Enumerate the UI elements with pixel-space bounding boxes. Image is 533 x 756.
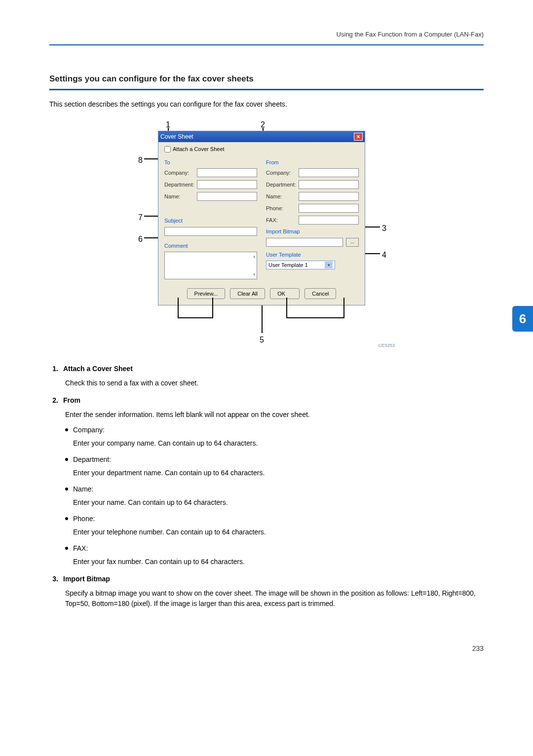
- sub-item: Phone: Enter your telephone number. Can …: [65, 514, 484, 537]
- def-body: Enter the sender information. Items left…: [65, 410, 484, 420]
- dialog-title: Cover Sheet: [160, 132, 193, 141]
- bullet-icon: [65, 547, 68, 550]
- close-icon[interactable]: ×: [354, 133, 363, 141]
- sub-label: FAX:: [73, 543, 88, 554]
- user-template-select[interactable]: User Template 1 ▾: [266, 261, 335, 269]
- to-department-input[interactable]: [197, 180, 257, 189]
- sub-desc: Enter your fax number. Can contain up to…: [73, 557, 484, 567]
- def-num: 2.: [49, 395, 58, 406]
- import-bitmap-heading: Import Bitmap: [266, 227, 359, 236]
- def-title: From: [63, 395, 80, 406]
- page-number: 233: [49, 643, 484, 654]
- bullet-icon: [65, 458, 68, 461]
- bullet-icon: [65, 517, 68, 520]
- to-name-label: Name:: [164, 192, 195, 201]
- sub-item: Department: Enter your department name. …: [65, 454, 484, 478]
- attach-cover-sheet-label: Attach a Cover Sheet: [173, 145, 225, 153]
- preview-button[interactable]: Preview...: [187, 288, 226, 299]
- sub-label: Company:: [73, 425, 105, 435]
- header-rule: [49, 44, 484, 45]
- sub-label: Department:: [73, 454, 111, 465]
- callout-6: 6: [138, 233, 143, 245]
- sub-label: Name:: [73, 484, 93, 494]
- from-department-input[interactable]: [299, 180, 359, 189]
- from-fax-label: FAX:: [266, 216, 297, 225]
- from-company-label: Company:: [266, 169, 297, 177]
- cover-sheet-dialog: Cover Sheet × Attach a Cover Sheet To Co…: [158, 131, 365, 305]
- section-desc: This section describes the settings you …: [49, 99, 484, 110]
- definition-item-2: 2. From Enter the sender information. It…: [49, 395, 484, 567]
- running-head: Using the Fax Function from a Computer (…: [49, 30, 484, 39]
- chapter-tab: 6: [512, 306, 533, 332]
- import-bitmap-path[interactable]: [266, 238, 343, 247]
- callout-7: 7: [138, 212, 143, 224]
- sub-desc: Enter your telephone number. Can contain…: [73, 527, 484, 537]
- def-body: Check this to send a fax with a cover sh…: [65, 378, 484, 388]
- callout-5: 5: [260, 334, 264, 346]
- sub-desc: Enter your company name. Can contain up …: [73, 438, 484, 449]
- ok-button[interactable]: OK: [270, 288, 300, 299]
- callout-3: 3: [382, 223, 386, 234]
- def-title: Import Bitmap: [63, 574, 110, 584]
- figure-code: CES253: [378, 342, 395, 349]
- sub-desc: Enter your name. Can contain up to 64 ch…: [73, 497, 484, 508]
- to-company-label: Company:: [164, 169, 195, 177]
- cancel-button[interactable]: Cancel: [305, 288, 336, 299]
- def-title: Attach a Cover Sheet: [63, 364, 133, 374]
- bullet-icon: [65, 428, 68, 431]
- attach-cover-sheet-checkbox[interactable]: [164, 146, 171, 152]
- user-template-value: User Template 1: [268, 261, 308, 269]
- subject-heading: Subject: [164, 217, 257, 225]
- from-department-label: Department:: [266, 181, 297, 189]
- subject-input[interactable]: [164, 227, 257, 236]
- comment-input[interactable]: ▴ ▾: [164, 252, 257, 279]
- section-rule: [49, 89, 484, 90]
- from-heading: From: [266, 158, 359, 167]
- cover-sheet-dialog-figure: 1 2 8 7 6 3 4 5 Cover Sheet ×: [138, 122, 395, 349]
- user-template-heading: User Template: [266, 251, 359, 259]
- from-phone-label: Phone:: [266, 204, 297, 213]
- definition-item-3: 3. Import Bitmap Specify a bitmap image …: [49, 574, 484, 609]
- clear-all-button[interactable]: Clear All: [230, 288, 265, 299]
- callout-8: 8: [138, 154, 143, 166]
- comment-heading: Comment: [164, 242, 257, 250]
- from-fax-input[interactable]: [299, 216, 359, 225]
- definition-item-1: 1. Attach a Cover Sheet Check this to se…: [49, 364, 484, 388]
- sub-item: Company: Enter your company name. Can co…: [65, 425, 484, 449]
- sub-label: Phone:: [73, 514, 95, 524]
- def-num: 1.: [49, 364, 58, 374]
- from-phone-input[interactable]: [299, 204, 359, 213]
- sub-desc: Enter your department name. Can contain …: [73, 468, 484, 478]
- def-body: Specify a bitmap image you want to show …: [65, 588, 484, 609]
- def-num: 3.: [49, 574, 58, 584]
- to-heading: To: [164, 158, 257, 167]
- callout-4: 4: [382, 249, 386, 261]
- to-company-input[interactable]: [197, 168, 257, 177]
- to-name-input[interactable]: [197, 192, 257, 201]
- sub-item: Name: Enter your name. Can contain up to…: [65, 484, 484, 508]
- chevron-down-icon: ▾: [325, 262, 333, 268]
- browse-button[interactable]: ...: [346, 238, 359, 247]
- from-name-input[interactable]: [299, 192, 359, 201]
- bullet-icon: [65, 488, 68, 491]
- definitions-list: 1. Attach a Cover Sheet Check this to se…: [49, 364, 484, 609]
- section-title: Settings you can configure for the fax c…: [49, 73, 484, 85]
- to-department-label: Department:: [164, 181, 195, 189]
- sub-item: FAX: Enter your fax number. Can contain …: [65, 543, 484, 567]
- from-company-input[interactable]: [299, 168, 359, 177]
- from-name-label: Name:: [266, 192, 297, 201]
